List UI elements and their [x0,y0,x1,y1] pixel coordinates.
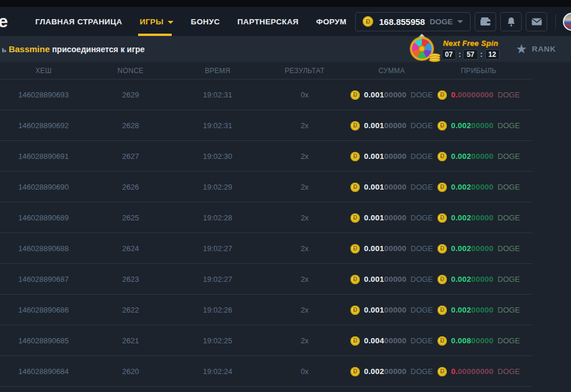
free-spin-timer: 07 : 57 : 12 [442,49,500,60]
bet-profit: Đ 0.00000000 DOGE [435,367,522,376]
nav-item-forum[interactable]: ФОРУМ [308,7,356,36]
bet-time: 19:02:27 [174,275,261,284]
doge-coin-icon: Đ [438,90,447,100]
doge-coin-icon: Đ [363,16,373,27]
bet-time: 19:02:28 [174,213,261,222]
currency-label: DOGE [498,213,520,222]
nav-item-label: ПАРТНЕРСКАЯ [237,17,299,26]
bet-hash: 146028890692 [0,121,87,130]
bet-nonce: 2626 [87,183,174,191]
bet-amount: Đ 0.00200000 DOGE [348,367,435,376]
bet-time: 19:02:29 [174,183,261,191]
table-row[interactable]: 146028890689 2625 19:02:28 2x Đ 0.001000… [0,202,571,233]
bet-profit-value: 0.00800000 [451,336,493,345]
bet-amount-value: 0.00100000 [364,183,406,191]
bet-history-table: ХЕШ NONCE ВРЕМЯ РЕЗУЛЬТАТ СУММА ПРИБЫЛЬ … [0,62,571,392]
nav-item-affiliate[interactable]: ПАРТНЕРСКАЯ [229,7,308,36]
notifications-button[interactable] [500,12,522,31]
header-result: РЕЗУЛЬТАТ [261,67,348,75]
bet-result: 2x [261,244,348,253]
currency-label: DOGE [498,121,520,130]
nav-item-bonus[interactable]: БОНУС [182,7,229,36]
bet-hash: 146028890688 [0,244,87,253]
doge-coin-icon: Đ [438,367,447,376]
bet-profit: Đ 0.00200000 DOGE [435,275,522,284]
doge-coin-icon: Đ [438,183,447,192]
avatar[interactable] [563,13,571,31]
bet-amount-value: 0.00100000 [364,152,406,161]
header-time: ВРЕМЯ [174,67,261,75]
ticker-message: ь Bassmine присоединяется к игре [2,44,144,54]
currency-label: DOGE [411,306,433,314]
site-logo[interactable]: e [0,8,8,35]
doge-coin-icon: Đ [438,152,447,161]
bet-result: 0x [261,90,348,99]
bet-profit: Đ 0.00200000 DOGE [435,152,522,161]
table-row[interactable]: 146028890684 2620 19:02:24 0x Đ 0.002000… [0,356,571,387]
table-body: 146028890693 2629 19:02:31 0x Đ 0.001000… [0,79,571,387]
bet-result: 2x [261,336,348,345]
bet-result: 2x [261,306,348,314]
rank-button[interactable]: ★ RANK [516,43,556,55]
doge-coin-icon: Đ [350,213,360,223]
bet-profit: Đ 0.00200000 DOGE [435,306,522,315]
nav-item-label: БОНУС [191,17,220,26]
bet-nonce: 2621 [87,336,174,345]
bet-hash: 146028890687 [0,275,87,284]
currency-label: DOGE [498,152,520,161]
ticker-right: Next Free Spin 07 : 57 : 12 ★ RANK [409,36,571,62]
bet-amount: Đ 0.00100000 DOGE [348,121,435,130]
bet-hash: 146028890685 [0,336,87,345]
bet-profit-value: 0.00200000 [451,275,493,284]
currency-label: DOGE [498,90,520,99]
bet-result: 2x [261,121,348,130]
table-row[interactable]: 146028890686 2622 19:02:26 2x Đ 0.001000… [0,295,571,325]
table-row[interactable]: 146028890692 2628 19:02:31 2x Đ 0.001000… [0,110,571,141]
doge-coin-icon: Đ [438,244,447,253]
doge-coin-icon: Đ [438,306,447,315]
bet-profit-value: 0.00200000 [451,244,493,253]
balance-selector[interactable]: Đ 168.855958 DOGE [355,12,471,31]
bet-profit: Đ 0.00000000 DOGE [435,90,522,100]
messages-button[interactable] [526,12,547,31]
free-spin-wheel[interactable] [409,36,438,62]
header-nonce: NONCE [87,67,174,75]
doge-coin-icon: Đ [350,306,360,315]
doge-coin-icon: Đ [438,336,447,346]
bet-amount: Đ 0.00400000 DOGE [348,336,435,346]
table-row[interactable]: 146028890687 2623 19:02:27 2x Đ 0.001000… [0,264,571,295]
table-row[interactable]: 146028890690 2626 19:02:29 2x Đ 0.001000… [0,172,571,202]
bet-amount: Đ 0.00100000 DOGE [348,213,435,223]
bet-hash: 146028890686 [0,306,87,314]
balance-amount: 168.855958 [379,17,425,27]
doge-coin-icon: Đ [350,90,360,100]
table-row[interactable]: 146028890685 2621 19:02:25 2x Đ 0.004000… [0,325,571,356]
free-spin-block: Next Free Spin 07 : 57 : 12 [442,39,500,60]
bet-profit-value: 0.00000000 [451,90,493,99]
coins-stack-icon [429,55,440,62]
bet-hash: 146028890691 [0,152,87,161]
bet-nonce: 2625 [87,213,174,222]
bet-time: 19:02:25 [174,336,261,345]
bet-amount: Đ 0.00100000 DOGE [348,183,435,192]
bet-profit-value: 0.00200000 [451,306,493,314]
bet-hash: 146028890693 [0,90,87,99]
bet-time: 19:02:31 [174,90,261,99]
doge-coin-icon: Đ [350,121,360,130]
ticker-username[interactable]: Bassmine [9,44,50,54]
currency-label: DOGE [411,90,433,99]
table-row[interactable]: 146028890691 2627 19:02:30 2x Đ 0.001000… [0,141,571,172]
bet-amount-value: 0.00100000 [364,275,406,284]
wallet-button[interactable] [475,12,496,31]
currency-label: DOGE [498,306,520,314]
currency-label: DOGE [411,367,433,376]
wallet-icon [480,17,491,26]
table-row[interactable]: 146028890688 2624 19:02:27 2x Đ 0.001000… [0,233,571,264]
ticker-bar: ь Bassmine присоединяется к игре Next Fr… [0,36,571,62]
bet-nonce: 2628 [87,121,174,130]
table-row[interactable]: 146028890693 2629 19:02:31 0x Đ 0.001000… [0,79,571,110]
nav-item-games[interactable]: ИГРЫ [131,7,182,36]
nav-item-home[interactable]: ГЛАВНАЯ СТРАНИЦА [27,7,131,36]
bet-amount: Đ 0.00100000 DOGE [348,152,435,161]
wheel-hub-icon [418,45,425,52]
